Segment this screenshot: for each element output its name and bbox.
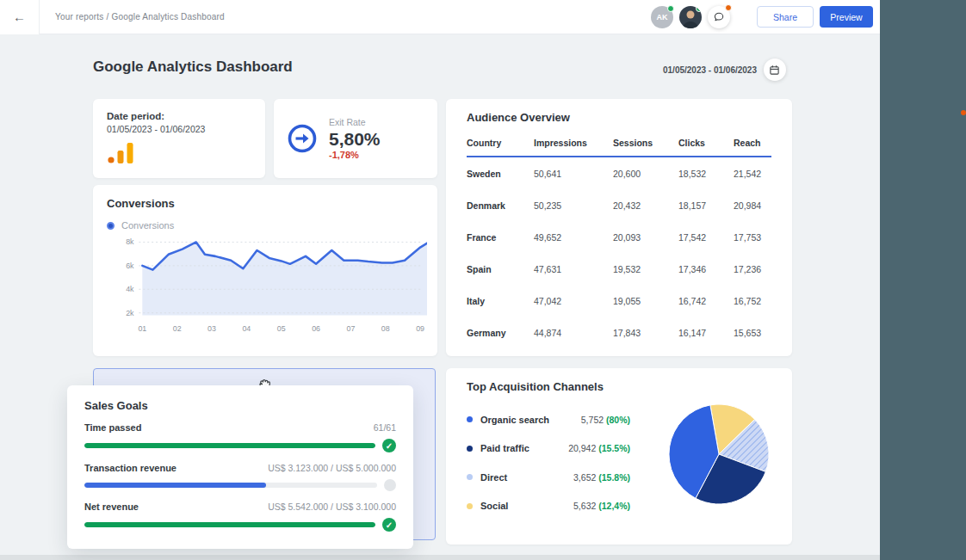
page-title: Google Analytics Dashboard bbox=[93, 58, 293, 76]
svg-text:05: 05 bbox=[277, 324, 286, 333]
back-button[interactable]: ← bbox=[0, 0, 40, 34]
value-cell: 47,631 bbox=[534, 264, 613, 274]
bottom-scrollbar-track[interactable] bbox=[0, 555, 880, 560]
svg-text:2k: 2k bbox=[126, 309, 134, 317]
channel-value: 5,752 (80%) bbox=[581, 415, 630, 425]
goal-bar-row: ✓ bbox=[84, 518, 396, 532]
goals-list: Time passed61/61✓Transaction revenueUS$ … bbox=[84, 422, 396, 532]
check-icon: ✓ bbox=[382, 439, 396, 452]
avatar-ak[interactable]: AK bbox=[651, 6, 673, 28]
column-header: Impressions bbox=[534, 138, 613, 148]
channel-label: Organic search bbox=[480, 415, 549, 425]
table-row: Italy47,04219,05516,74216,752 bbox=[467, 285, 771, 317]
progress-fill bbox=[84, 483, 266, 488]
goal-value: US$ 3.123.000 / US$ 5.000.000 bbox=[268, 463, 396, 473]
progress-bar bbox=[84, 522, 375, 527]
svg-text:08: 08 bbox=[381, 324, 390, 333]
svg-text:06: 06 bbox=[312, 324, 320, 333]
arrow-right-circle-icon bbox=[288, 124, 317, 153]
channel-dot-icon bbox=[467, 503, 473, 509]
value-cell: 17,843 bbox=[613, 328, 678, 338]
avatar-photo[interactable] bbox=[679, 6, 702, 28]
topbar: ← Your reports / Google Analytics Dashbo… bbox=[0, 0, 880, 34]
svg-text:4k: 4k bbox=[126, 285, 134, 293]
goal-label: Time passed bbox=[84, 422, 141, 433]
svg-text:02: 02 bbox=[173, 324, 182, 333]
date-period-range: 01/05/2023 - 01/06/2023 bbox=[107, 124, 251, 134]
value-cell: 15,653 bbox=[734, 328, 775, 338]
channels-legend: Organic search5,752 (80%)Paid traffic20,… bbox=[467, 405, 630, 520]
legend-label: Conversions bbox=[121, 220, 174, 231]
value-cell: 50,641 bbox=[534, 169, 613, 179]
value-cell: 18,157 bbox=[678, 200, 734, 211]
table-row: France49,65220,09317,54217,753 bbox=[467, 221, 771, 253]
share-button[interactable]: Share bbox=[757, 6, 814, 28]
audience-overview-title: Audience Overview bbox=[467, 111, 771, 124]
date-period-card[interactable]: Date period: 01/05/2023 - 01/06/2023 bbox=[93, 99, 265, 178]
chart-legend: Conversions bbox=[107, 220, 424, 231]
goal-bar-row bbox=[84, 479, 396, 491]
progress-bar bbox=[84, 483, 377, 488]
country-cell: Sweden bbox=[467, 169, 534, 179]
value-cell: 21,542 bbox=[734, 169, 775, 179]
country-cell: Spain bbox=[467, 264, 534, 274]
goal-head: Transaction revenueUS$ 3.123.000 / US$ 5… bbox=[84, 463, 396, 473]
comments-button[interactable] bbox=[708, 6, 730, 28]
date-period-label: Date period: bbox=[107, 111, 251, 121]
column-header: Sessions bbox=[613, 138, 678, 148]
progress-fill bbox=[84, 443, 375, 448]
desktop-background bbox=[880, 0, 966, 560]
value-cell: 19,532 bbox=[613, 264, 678, 274]
goal-bar-row: ✓ bbox=[84, 439, 396, 452]
table-row: Denmark50,23520,43218,15720,984 bbox=[467, 189, 771, 221]
date-range[interactable]: 01/05/2023 - 01/06/2023 bbox=[663, 65, 757, 75]
value-cell: 16,147 bbox=[678, 328, 734, 338]
conversions-card[interactable]: Conversions Conversions 8k6k4k2k01020304… bbox=[93, 185, 437, 356]
channel-value: 5,632 (12,4%) bbox=[573, 501, 630, 511]
channel-dot-icon bbox=[467, 474, 473, 480]
value-cell: 17,236 bbox=[734, 264, 775, 274]
svg-text:07: 07 bbox=[347, 324, 356, 333]
exit-rate-card[interactable]: Exit Rate 5,80% -1,78% bbox=[274, 99, 437, 178]
channel-label: Direct bbox=[480, 472, 507, 483]
channel-dot-icon bbox=[467, 446, 473, 452]
value-cell: 20,432 bbox=[613, 200, 678, 211]
value-cell: 49,652 bbox=[534, 232, 613, 243]
value-cell: 19,055 bbox=[613, 296, 678, 306]
incomplete-circle-icon bbox=[384, 479, 396, 491]
progress-fill bbox=[84, 522, 375, 527]
channel-row: Paid traffic20,942 (15.5%) bbox=[467, 434, 630, 464]
online-status-dot bbox=[667, 5, 674, 12]
legend-dot-icon bbox=[107, 222, 115, 230]
svg-text:8k: 8k bbox=[126, 237, 134, 246]
check-icon: ✓ bbox=[382, 518, 396, 532]
channel-label: Paid traffic bbox=[480, 443, 529, 453]
svg-text:6k: 6k bbox=[126, 262, 134, 270]
app-window: ← Your reports / Google Analytics Dashbo… bbox=[0, 0, 880, 560]
chat-bubble-icon bbox=[713, 11, 725, 23]
acquisition-channels-card[interactable]: Top Acquisition Channels Organic search5… bbox=[446, 368, 792, 545]
calendar-icon bbox=[769, 65, 780, 76]
preview-button[interactable]: Preview bbox=[820, 6, 873, 28]
value-cell: 16,752 bbox=[734, 296, 775, 306]
date-range-control: 01/05/2023 - 01/06/2023 bbox=[663, 58, 799, 81]
table-row: Spain47,63119,53217,34617,236 bbox=[467, 253, 771, 285]
value-cell: 44,874 bbox=[534, 328, 613, 338]
country-cell: Italy bbox=[467, 296, 534, 306]
channel-percent: (12,4%) bbox=[598, 501, 630, 511]
pie-chart-wrap bbox=[666, 402, 771, 520]
audience-overview-card[interactable]: Audience Overview CountryImpressionsSess… bbox=[446, 99, 792, 356]
svg-text:04: 04 bbox=[242, 324, 251, 333]
breadcrumb[interactable]: Your reports / Google Analytics Dashboar… bbox=[55, 12, 225, 22]
channel-percent: (15.5%) bbox=[598, 443, 630, 453]
value-cell: 16,742 bbox=[678, 296, 734, 306]
value-cell: 20,600 bbox=[613, 169, 678, 179]
country-cell: Germany bbox=[467, 328, 534, 338]
sales-goals-card[interactable]: Sales Goals Time passed61/61✓Transaction… bbox=[67, 385, 413, 549]
goal-label: Net revenue bbox=[84, 502, 139, 512]
calendar-button[interactable] bbox=[764, 58, 786, 81]
goal-value: 61/61 bbox=[374, 422, 396, 433]
sales-goals-title: Sales Goals bbox=[84, 399, 396, 412]
value-cell: 17,346 bbox=[678, 264, 734, 274]
column-header: Country bbox=[467, 138, 534, 148]
